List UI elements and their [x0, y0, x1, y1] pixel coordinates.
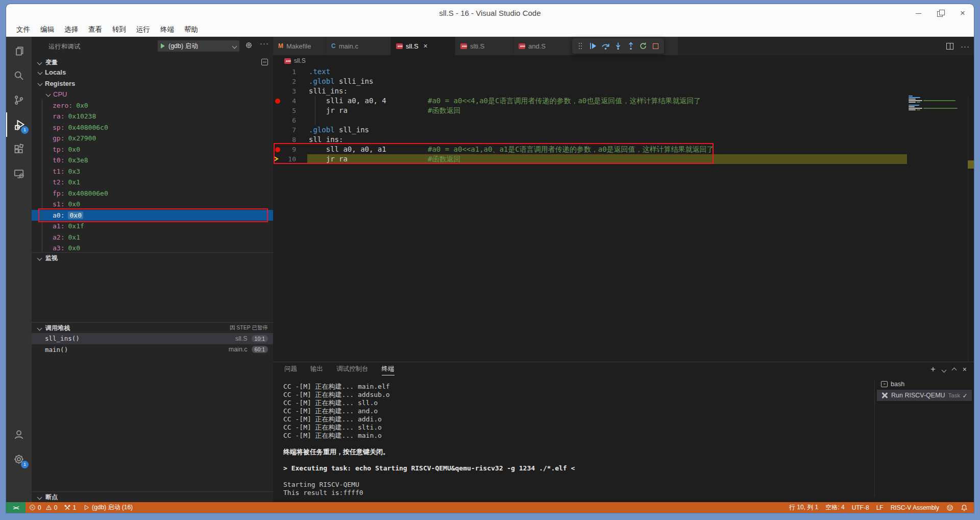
tasks-status[interactable]: 1 — [61, 502, 80, 513]
extensions-icon[interactable] — [6, 137, 32, 161]
register-row-a2[interactable]: a2:0x1 — [32, 232, 273, 243]
code-line-3[interactable]: 3slli_ins: — [273, 86, 974, 96]
code-line-10[interactable]: 10 jr ra#函数返回 — [273, 154, 974, 164]
terminal-output[interactable]: CC -[M] 正在构建... main.elfCC -[M] 正在构建... … — [283, 383, 870, 497]
step-over-icon[interactable] — [601, 40, 610, 52]
register-row-t0[interactable]: t0:0x3e8 — [32, 155, 273, 166]
notifications-bell-icon[interactable] — [957, 504, 974, 511]
code-line-7[interactable]: 7.globl sll_ins — [273, 125, 974, 135]
continue-icon[interactable] — [589, 40, 598, 52]
menu-item-转到[interactable]: 转到 — [107, 25, 131, 34]
code-editor[interactable]: 1.text2.globl slli_ins3slli_ins:4 slli a… — [273, 66, 974, 362]
run-debug-icon[interactable]: 1 — [6, 112, 32, 137]
register-row-s1[interactable]: s1:0x0 — [32, 199, 273, 210]
terminal-list-item-bash[interactable]: >bash — [877, 379, 972, 390]
code-line-6[interactable]: 6 — [273, 115, 974, 125]
step-out-icon[interactable] — [626, 40, 635, 52]
toolbar-grip[interactable] — [576, 40, 585, 52]
language-mode[interactable]: RISC-V Assembly — [887, 504, 943, 511]
split-editor-icon[interactable] — [946, 43, 953, 50]
stop-icon[interactable] — [651, 40, 660, 52]
register-row-fp[interactable]: fp:0x408006e0 — [32, 188, 273, 199]
close-tab-icon[interactable]: × — [424, 42, 428, 50]
source-control-icon[interactable] — [6, 88, 32, 112]
register-row-a3[interactable]: a3:0x0 — [32, 243, 273, 252]
code-line-9[interactable]: 9 sll a0, a0, a1#a0 = a0<<a1,a0、a1是C语言调用… — [273, 145, 974, 154]
register-row-a0[interactable]: a0:0x0 — [32, 210, 273, 221]
register-row-a1[interactable]: a1:0x1f — [32, 221, 273, 232]
call-stack-section-header[interactable]: 调用堆栈 因 STEP 已暂停 — [32, 322, 273, 333]
tab-sll-S[interactable]: ASMsll.S× — [391, 37, 455, 55]
tab-main-c[interactable]: Cmain.c — [326, 37, 391, 55]
new-terminal-icon[interactable]: + — [930, 364, 936, 374]
encoding[interactable]: UTF-8 — [848, 504, 873, 511]
maximize-panel-icon[interactable] — [952, 365, 956, 373]
code-line-5[interactable]: 5 jr ra#函数返回 — [273, 106, 974, 115]
stack-frame-1[interactable]: sll_ins()sll.S10:1 — [32, 333, 273, 344]
register-value: 0x0 — [68, 146, 80, 153]
register-row-tp[interactable]: tp:0x0 — [32, 144, 273, 155]
panel-tab-问题[interactable]: 问题 — [284, 365, 297, 375]
tab-and-S[interactable]: ASMand.S — [513, 37, 573, 55]
watch-section-header[interactable]: 监视 — [32, 252, 273, 263]
feedback-icon[interactable] — [943, 504, 957, 511]
menu-item-查看[interactable]: 查看 — [83, 25, 107, 34]
editor-more-actions-icon[interactable]: ··· — [961, 42, 970, 51]
problems-status[interactable]: 0 0 — [26, 502, 61, 513]
menu-item-文件[interactable]: 文件 — [11, 25, 35, 34]
close-panel-icon[interactable]: × — [963, 365, 967, 373]
indentation[interactable]: 空格: 4 — [822, 503, 848, 512]
search-icon[interactable] — [6, 63, 32, 88]
tab-label: and.S — [528, 42, 546, 50]
account-icon[interactable] — [6, 422, 32, 447]
debug-status[interactable]: (gdb) 启动 (16) — [80, 502, 136, 513]
code-line-8[interactable]: 8sll_ins: — [273, 135, 974, 145]
menu-item-运行[interactable]: 运行 — [131, 25, 155, 34]
tree-group-registers[interactable]: Registers — [32, 78, 273, 89]
menu-item-编辑[interactable]: 编辑 — [35, 25, 59, 34]
stack-frame-2[interactable]: main()main.c60:1 — [32, 344, 273, 356]
terminal-dropdown-icon[interactable] — [942, 365, 946, 373]
eol[interactable]: LF — [873, 504, 887, 511]
register-row-ra[interactable]: ra:0x10238 — [32, 111, 273, 122]
breadcrumb[interactable]: ASM sll.S — [273, 55, 974, 66]
register-name: ra: — [53, 112, 64, 120]
window-title: sll.S - 16 - Visual Studio Code — [6, 9, 974, 17]
code-line-1[interactable]: 1.text — [273, 67, 974, 77]
tab-slti-S[interactable]: ASMslti.S — [455, 37, 513, 55]
restart-icon[interactable] — [639, 40, 648, 52]
register-row-sp[interactable]: sp:0x408006c0 — [32, 122, 273, 133]
settings-gear-icon[interactable]: 1 — [6, 447, 32, 471]
register-row-t1[interactable]: t1:0x3 — [32, 166, 273, 177]
register-name: a3: — [53, 244, 64, 252]
tools-icon — [881, 392, 888, 399]
register-row-zero[interactable]: zero:0x0 — [32, 100, 273, 111]
maximize-icon[interactable] — [937, 9, 945, 17]
panel-tab-输出[interactable]: 输出 — [310, 365, 323, 375]
remote-explorer-icon[interactable] — [6, 161, 32, 186]
register-row-gp[interactable]: gp:0x27900 — [32, 133, 273, 144]
remote-indicator[interactable]: >< — [6, 502, 26, 513]
menu-item-终端[interactable]: 终端 — [155, 25, 179, 34]
breakpoint-icon[interactable] — [275, 147, 280, 152]
cursor-position[interactable]: 行 10, 列 1 — [786, 503, 822, 512]
vscode-window: sll.S - 16 - Visual Studio Code × 文件编辑选择… — [6, 4, 974, 513]
tree-group-locals[interactable]: Locals — [32, 67, 273, 78]
close-icon[interactable]: × — [959, 9, 967, 17]
step-into-icon[interactable] — [614, 40, 623, 52]
menu-item-帮助[interactable]: 帮助 — [179, 25, 203, 34]
terminal-list-item-Run-RISCV-QEMU[interactable]: Run RISCV-QEMUTask✓ — [877, 390, 972, 401]
register-row-t2[interactable]: t2:0x1 — [32, 177, 273, 188]
code-line-2[interactable]: 2.globl slli_ins — [273, 77, 974, 86]
explorer-icon[interactable] — [6, 39, 32, 63]
code-line-4[interactable]: 4 slli a0, a0, 4#a0 = a0<<4,a0是C语言调用者传递的… — [273, 96, 974, 106]
tab-Makefile[interactable]: MMakefile — [273, 37, 326, 55]
minimize-icon[interactable] — [915, 9, 923, 17]
menu-item-选择[interactable]: 选择 — [59, 25, 83, 34]
panel-tab-调试控制台[interactable]: 调试控制台 — [336, 365, 369, 375]
breakpoint-icon[interactable] — [275, 99, 280, 104]
register-value: 0x0 — [68, 211, 83, 219]
breakpoints-section-header[interactable]: 断点 — [32, 491, 273, 502]
panel-tab-终端[interactable]: 终端 — [382, 365, 395, 375]
tree-group-cpu[interactable]: CPU — [32, 89, 273, 100]
